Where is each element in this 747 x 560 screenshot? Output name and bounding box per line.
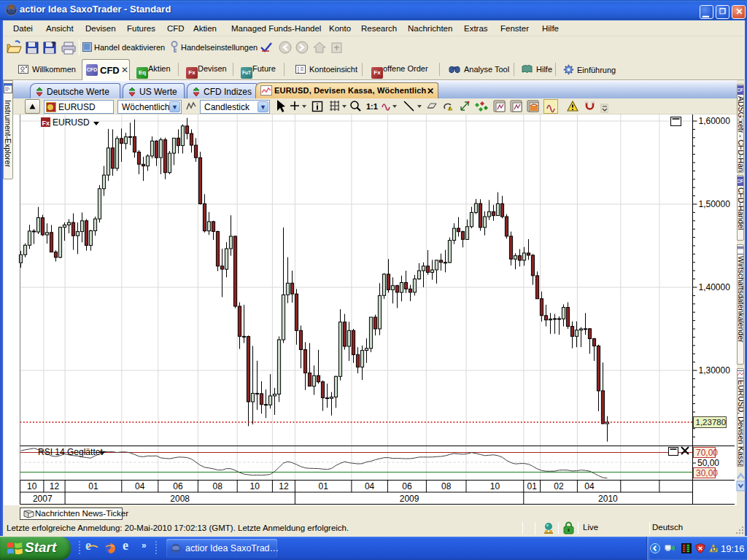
svg-text:1,40000: 1,40000 xyxy=(699,282,731,292)
svg-text:2007: 2007 xyxy=(33,494,53,504)
svg-text:06: 06 xyxy=(173,481,183,491)
svg-text:Fx: Fx xyxy=(42,120,50,127)
svg-text:10: 10 xyxy=(490,481,500,491)
svg-text:08: 08 xyxy=(213,481,223,491)
svg-text:10: 10 xyxy=(27,481,37,491)
svg-text:1,60000: 1,60000 xyxy=(699,116,731,126)
svg-text:1,23780: 1,23780 xyxy=(696,418,727,427)
svg-text:D: D xyxy=(711,545,716,553)
svg-text:CFD: CFD xyxy=(737,179,744,184)
svg-text:04: 04 xyxy=(365,481,375,491)
svg-text:70,00: 70,00 xyxy=(696,448,718,458)
svg-text:01: 01 xyxy=(88,481,98,491)
svg-text:01: 01 xyxy=(319,481,329,491)
svg-text:10: 10 xyxy=(250,481,260,491)
svg-text:02: 02 xyxy=(554,481,564,491)
svg-text:30,00: 30,00 xyxy=(696,468,718,478)
svg-text:2009: 2009 xyxy=(400,494,419,504)
svg-text:CFD: CFD xyxy=(737,88,744,93)
svg-text:!: ! xyxy=(449,106,451,111)
svg-text:2010: 2010 xyxy=(598,494,618,504)
svg-text:?: ? xyxy=(51,41,55,49)
svg-text:06: 06 xyxy=(402,481,412,491)
svg-text:01: 01 xyxy=(527,481,538,491)
svg-text:1,30000: 1,30000 xyxy=(699,365,731,376)
svg-text:08: 08 xyxy=(441,481,452,491)
svg-text:2008: 2008 xyxy=(170,494,190,504)
svg-text:12: 12 xyxy=(279,481,289,491)
svg-text:04: 04 xyxy=(584,481,595,491)
svg-text:12: 12 xyxy=(50,481,60,491)
svg-text:1,50000: 1,50000 xyxy=(699,199,731,209)
svg-text:RSI 14 Geglättet: RSI 14 Geglättet xyxy=(38,447,103,457)
svg-text:1:1: 1:1 xyxy=(366,102,378,111)
svg-text:50,00: 50,00 xyxy=(697,458,719,468)
svg-text:04: 04 xyxy=(135,481,145,491)
svg-text:EURUSD: EURUSD xyxy=(53,117,90,128)
